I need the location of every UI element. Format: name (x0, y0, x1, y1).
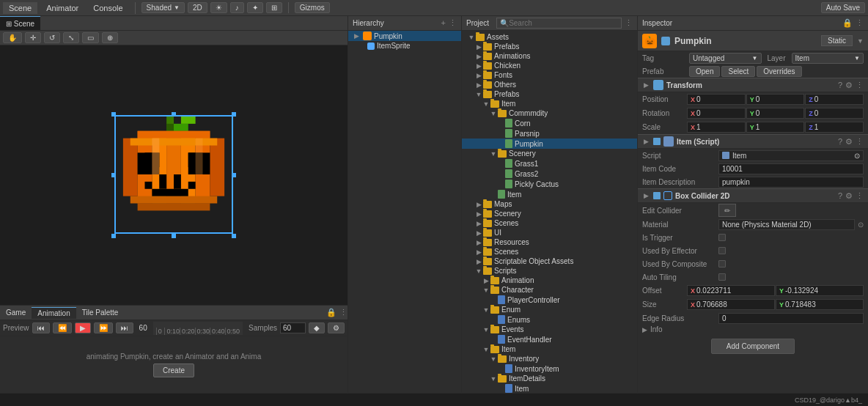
tree-others[interactable]: ▶ Others (462, 80, 637, 89)
tree-resources[interactable]: ▶ Resources (462, 237, 637, 247)
static-button[interactable]: Static (821, 35, 853, 46)
hierarchy-add-icon[interactable]: + (441, 18, 446, 28)
tab-tile-palette[interactable]: Tile Palette (76, 307, 125, 318)
box-collider-settings-icon[interactable]: ⚙ (845, 191, 853, 201)
auto-save-btn[interactable]: Auto Save (821, 2, 865, 13)
hierarchy-itemsprite[interactable]: ItemSprite (348, 41, 461, 51)
tree-prefabs[interactable]: ▼ Prefabs (462, 89, 637, 99)
tree-fonts[interactable]: ▶ Fonts (462, 70, 637, 80)
item-desc-value[interactable]: pumpkin (718, 177, 864, 188)
tree-scripts-item[interactable]: ▼ Item (462, 344, 637, 354)
tree-chicken[interactable]: ▶ Chicken (462, 61, 637, 70)
more-icon[interactable]: ⋮ (339, 308, 347, 317)
inspector-lock-icon[interactable]: 🔒 (842, 18, 853, 28)
inspector-more-icon[interactable]: ⋮ (856, 18, 864, 28)
tree-scenery2[interactable]: ▶ Scenery (462, 209, 637, 218)
tree-scenes[interactable]: ▶ Scenes (462, 218, 637, 228)
tree-pickly-cactus[interactable]: Pickly Cactus (462, 179, 637, 189)
tree-playercontroller[interactable]: PlayerController (462, 295, 637, 305)
anim-last-btn[interactable]: ⏭ (116, 322, 133, 333)
scale-y-field[interactable]: Y1 (746, 122, 805, 133)
tree-item-file[interactable]: Item (462, 189, 637, 199)
add-component-btn[interactable]: Add Component (711, 339, 795, 354)
transform-settings-icon[interactable]: ⚙ (845, 81, 853, 90)
item-script-expand[interactable]: ▶ (642, 138, 650, 145)
size-y-field[interactable]: Y0.718483 (776, 299, 864, 310)
tree-inventoryitem[interactable]: InventoryItem (462, 363, 637, 374)
tree-inventory-folder[interactable]: ▼ Inventory (462, 354, 637, 363)
tree-item-script[interactable]: Item (462, 383, 637, 393)
tree-scenes2[interactable]: ▶ Scenes (462, 247, 637, 256)
tree-events[interactable]: ▼ Events (462, 325, 637, 334)
item-script-help-icon[interactable]: ? (838, 137, 842, 146)
anim-settings-diamond[interactable]: ◆ (309, 322, 325, 333)
tab-game[interactable]: Game (0, 307, 32, 318)
tree-scriptable[interactable]: ▶ Scriptable Object Assets (462, 256, 637, 266)
box-collider-more-icon[interactable]: ⋮ (856, 191, 864, 201)
offset-y-field[interactable]: Y-0.132924 (776, 285, 864, 296)
enable-checkbox[interactable] (661, 37, 670, 45)
project-more-icon[interactable]: ⋮ (625, 18, 633, 28)
scale-z-field[interactable]: Z1 (805, 122, 864, 133)
is-trigger-checkbox[interactable] (718, 234, 726, 241)
go-name[interactable]: Pumpkin (674, 36, 817, 46)
transform-more-icon[interactable]: ⋮ (856, 81, 864, 90)
edit-collider-btn[interactable]: ✏ (718, 204, 736, 217)
tree-enum[interactable]: ▼ Enum (462, 305, 637, 314)
rotation-y-field[interactable]: Y0 (746, 108, 805, 119)
auto-tiling-checkbox[interactable] (718, 273, 726, 281)
lighting-btn[interactable]: ☀ (210, 2, 227, 13)
tree-scripts[interactable]: ▼ Scripts (462, 266, 637, 276)
tree-item-folder[interactable]: ▼ Item (462, 99, 637, 108)
prefab-open-btn[interactable]: Open (689, 66, 720, 77)
tree-enums[interactable]: Enums (462, 314, 637, 325)
tree-maps[interactable]: ▶ Maps (462, 199, 637, 209)
shaded-dropdown[interactable]: Shaded ▼ (141, 2, 185, 13)
used-by-composite-checkbox[interactable] (718, 260, 726, 267)
grid-btn[interactable]: ⊞ (266, 2, 282, 13)
audio-btn[interactable]: ♪ (230, 2, 244, 13)
lock-icon[interactable]: 🔒 (326, 308, 336, 317)
tree-animations[interactable]: ▶ Animations (462, 51, 637, 61)
layer-dropdown[interactable]: Item ▼ (792, 53, 864, 64)
box-collider-help-icon[interactable]: ? (838, 191, 842, 200)
scale-x-field[interactable]: X1 (687, 122, 746, 133)
project-search[interactable] (509, 19, 618, 27)
tree-pumpkin[interactable]: Pumpkin (462, 139, 637, 149)
item-script-check[interactable] (653, 138, 661, 145)
tree-character[interactable]: ▼ Character (462, 285, 637, 295)
item-code-value[interactable]: 10001 (718, 163, 864, 174)
rotation-x-field[interactable]: X0 (687, 108, 746, 119)
info-expand-icon[interactable]: ▶ (642, 326, 647, 333)
scene-view-tab[interactable]: ⊞ Scene (0, 16, 40, 30)
rect-tool[interactable]: ▭ (82, 32, 99, 43)
position-z-field[interactable]: Z0 (805, 94, 864, 105)
tree-prefabs-top[interactable]: ▶ Prefabs (462, 42, 637, 51)
anim-settings[interactable]: ⚙ (328, 322, 345, 333)
tree-grass2[interactable]: Grass2 (462, 169, 637, 179)
transform-tool[interactable]: ⊕ (102, 32, 118, 43)
2d-btn[interactable]: 2D (188, 2, 207, 13)
offset-x-field[interactable]: X0.0223711 (687, 285, 775, 296)
tree-scenery1[interactable]: ▼ Scenery (462, 149, 637, 158)
tree-ui[interactable]: ▶ UI (462, 228, 637, 237)
samples-input[interactable] (280, 322, 306, 333)
fx-btn[interactable]: ✦ (247, 2, 263, 13)
tree-scripts-animation[interactable]: ▶ Animation (462, 276, 637, 285)
tree-assets[interactable]: ▼ Assets (462, 32, 637, 42)
size-x-field[interactable]: X0.706688 (687, 299, 775, 310)
rotate-tool[interactable]: ↺ (44, 32, 60, 43)
material-dot-icon[interactable]: ⊙ (858, 221, 864, 229)
hierarchy-pumpkin[interactable]: ▶ Pumpkin (348, 31, 461, 41)
item-script-settings-icon[interactable]: ⚙ (845, 137, 853, 147)
anim-first-btn[interactable]: ⏮ (32, 322, 50, 333)
edge-radius-value[interactable]: 0 (718, 313, 864, 324)
position-y-field[interactable]: Y0 (746, 94, 805, 105)
static-dropdown-arrow[interactable]: ▼ (857, 37, 864, 45)
anim-next-btn[interactable]: ⏩ (94, 322, 113, 333)
tab-console[interactable]: Console (87, 2, 128, 14)
create-btn[interactable]: Create (153, 363, 194, 377)
item-script-more-icon[interactable]: ⋮ (856, 137, 864, 147)
tree-commmdity[interactable]: ▼ Commmdity (462, 108, 637, 118)
script-locate-icon[interactable]: ⊙ (854, 152, 860, 160)
